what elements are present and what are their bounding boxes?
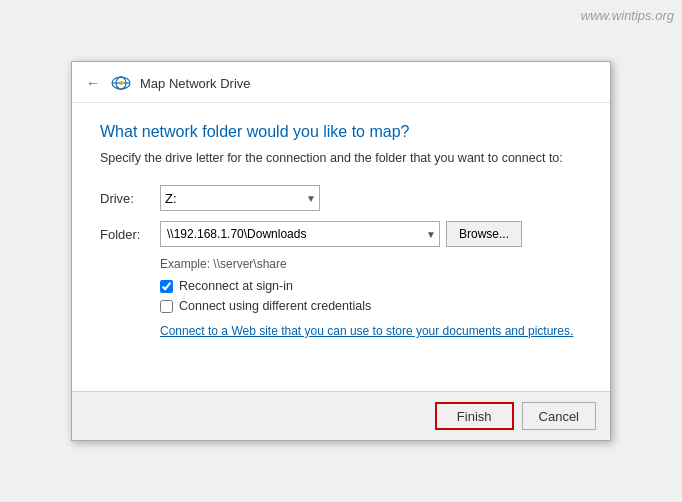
svg-point-3 (119, 81, 123, 85)
subtitle: Specify the drive letter for the connect… (100, 151, 582, 165)
drive-label: Drive: (100, 191, 160, 206)
drive-select[interactable]: Z: Y: X: W: (160, 185, 320, 211)
different-creds-row: Connect using different credentials (160, 299, 582, 313)
reconnect-row: Reconnect at sign-in (160, 279, 582, 293)
dialog-footer: Finish Cancel (72, 391, 610, 440)
different-creds-checkbox[interactable] (160, 300, 173, 313)
title-bar: ← Map Network Drive (72, 62, 610, 103)
web-site-link-row: Connect to a Web site that you can use t… (160, 323, 582, 338)
different-creds-label[interactable]: Connect using different credentials (179, 299, 371, 313)
main-question: What network folder would you like to ma… (100, 123, 582, 141)
cancel-button[interactable]: Cancel (522, 402, 596, 430)
folder-row: Folder: \\192.168.1.70\Downloads ▼ Brows… (100, 221, 582, 247)
folder-select[interactable]: \\192.168.1.70\Downloads (160, 221, 440, 247)
drive-select-wrapper: Z: Y: X: W: ▼ (160, 185, 320, 211)
drive-row: Drive: Z: Y: X: W: ▼ (100, 185, 582, 211)
example-text: Example: \\server\share (160, 257, 582, 271)
reconnect-label[interactable]: Reconnect at sign-in (179, 279, 293, 293)
dialog-title: Map Network Drive (140, 76, 251, 91)
folder-select-wrapper: \\192.168.1.70\Downloads ▼ (160, 221, 440, 247)
web-site-link[interactable]: Connect to a Web site that you can use t… (160, 324, 573, 338)
map-network-drive-dialog: ← Map Network Drive What network folder … (71, 61, 611, 441)
back-button[interactable]: ← (86, 75, 100, 91)
folder-label: Folder: (100, 227, 160, 242)
finish-button[interactable]: Finish (435, 402, 514, 430)
dialog-content: What network folder would you like to ma… (72, 103, 610, 391)
folder-input-group: \\192.168.1.70\Downloads ▼ Browse... (160, 221, 522, 247)
reconnect-checkbox[interactable] (160, 280, 173, 293)
browse-button[interactable]: Browse... (446, 221, 522, 247)
network-drive-icon (110, 72, 132, 94)
watermark: www.wintips.org (581, 8, 674, 23)
